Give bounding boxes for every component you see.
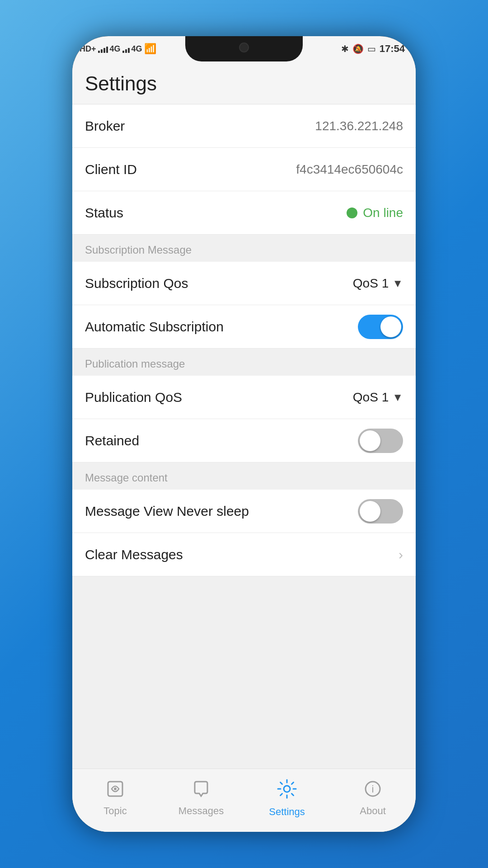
status-network-type-1: HD+ <box>80 44 96 54</box>
camera <box>239 42 249 52</box>
bottom-nav: Topic Messages Settin <box>72 769 416 832</box>
screen: Settings Broker 121.36.221.248 Client ID… <box>72 61 416 832</box>
never-sleep-label: Message View Never sleep <box>85 504 249 519</box>
never-sleep-item: Message View Never sleep <box>72 490 416 533</box>
message-content-header: Message content <box>72 462 416 490</box>
publication-qos-value: QoS 1 <box>353 390 389 405</box>
subscription-qos-dropdown[interactable]: QoS 1 ▼ <box>353 276 403 291</box>
pub-dropdown-arrow-icon: ▼ <box>392 391 403 404</box>
nav-item-about[interactable]: i About <box>337 780 409 817</box>
client-id-label: Client ID <box>85 162 137 177</box>
status-dot <box>347 208 357 218</box>
phone-notch <box>185 36 303 61</box>
settings-icon <box>277 779 297 803</box>
broker-value: 121.36.221.248 <box>315 119 403 133</box>
nav-item-topic[interactable]: Topic <box>79 780 151 817</box>
bluetooth-icon: ✱ <box>341 43 349 54</box>
bell-icon: 🔕 <box>352 43 364 54</box>
retained-item: Retained <box>72 419 416 462</box>
retained-toggle-knob <box>360 430 380 451</box>
auto-subscription-toggle[interactable] <box>358 315 403 339</box>
signal-icon-2 <box>122 45 130 53</box>
nav-item-settings[interactable]: Settings <box>251 779 323 818</box>
client-id-item[interactable]: Client ID f4c3414ec650604c <box>72 148 416 191</box>
nav-label-about: About <box>360 805 386 817</box>
subscription-qos-item[interactable]: Subscription Qos QoS 1 ▼ <box>72 262 416 305</box>
chevron-right-icon: › <box>399 547 403 562</box>
clear-messages-item[interactable]: Clear Messages › <box>72 533 416 576</box>
status-value-container: On line <box>347 206 403 220</box>
broker-label: Broker <box>85 118 125 134</box>
phone-shell: HD+ 4G 4G 📶 ✱ 🔕 ▭ 17:54 <box>72 36 416 832</box>
subscription-qos-value: QoS 1 <box>353 276 389 291</box>
dropdown-arrow-icon: ▼ <box>392 277 403 290</box>
about-icon: i <box>364 780 382 802</box>
svg-text:i: i <box>372 783 374 795</box>
publication-qos-label: Publication QoS <box>85 390 182 405</box>
retained-toggle[interactable] <box>358 429 403 453</box>
status-4g-2: 4G <box>131 44 142 54</box>
auto-subscription-label: Automatic Subscription <box>85 319 224 335</box>
client-id-value: f4c3414ec650604c <box>296 162 403 177</box>
battery-icon: ▭ <box>367 43 376 54</box>
status-right: ✱ 🔕 ▭ 17:54 <box>341 43 405 55</box>
svg-point-2 <box>284 786 290 792</box>
publication-qos-dropdown[interactable]: QoS 1 ▼ <box>353 390 403 405</box>
bottom-spacer <box>72 576 416 667</box>
toggle-knob <box>380 316 401 337</box>
nav-item-messages[interactable]: Messages <box>165 780 237 817</box>
status-label: Status <box>85 205 123 221</box>
nav-label-settings: Settings <box>269 806 305 818</box>
never-sleep-toggle-knob <box>360 501 380 522</box>
app-bar: Settings <box>72 61 416 104</box>
never-sleep-toggle[interactable] <box>358 499 403 524</box>
status-time: 17:54 <box>380 43 405 55</box>
messages-icon <box>192 780 210 802</box>
auto-subscription-item: Automatic Subscription <box>72 305 416 349</box>
nav-label-messages: Messages <box>178 805 224 817</box>
topic-icon <box>106 780 124 802</box>
status-item: Status On line <box>72 191 416 235</box>
status-online-text: On line <box>363 206 403 220</box>
settings-list: Broker 121.36.221.248 Client ID f4c3414e… <box>72 104 416 769</box>
svg-point-1 <box>114 788 117 790</box>
status-4g-1: 4G <box>110 44 121 54</box>
page-title: Settings <box>85 72 403 95</box>
publication-message-header: Publication message <box>72 349 416 376</box>
retained-label: Retained <box>85 433 139 448</box>
wifi-icon: 📶 <box>144 43 156 55</box>
nav-label-topic: Topic <box>103 805 127 817</box>
broker-item[interactable]: Broker 121.36.221.248 <box>72 104 416 148</box>
subscription-message-header: Subscription Message <box>72 235 416 262</box>
status-left: HD+ 4G 4G 📶 <box>80 43 156 55</box>
clear-messages-label: Clear Messages <box>85 547 183 562</box>
publication-qos-item[interactable]: Publication QoS QoS 1 ▼ <box>72 376 416 419</box>
signal-icon-1 <box>98 45 108 53</box>
subscription-qos-label: Subscription Qos <box>85 276 188 291</box>
